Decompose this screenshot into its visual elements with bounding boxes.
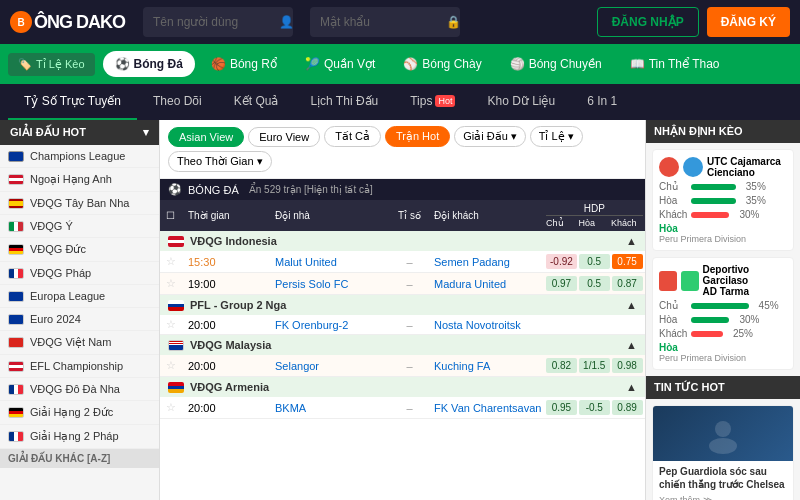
league-collapse-icon[interactable]: ▲	[626, 235, 637, 247]
match-home-3-0[interactable]: BKMA	[275, 402, 385, 414]
ratio-keo-tab[interactable]: 🏷️ Tỉ Lệ Kèo	[8, 53, 95, 76]
nav1-bong-ro[interactable]: 🏀 Bóng Rổ	[199, 51, 289, 77]
sidebar-item-nha[interactable]: Ngoại Hạng Anh	[0, 168, 159, 192]
keo-bar-1-2: Hòa 30%	[659, 314, 787, 325]
hdp-val-3-0[interactable]: -0.5	[579, 400, 610, 415]
hdp-val-2-0[interactable]: 1/1.5	[579, 358, 610, 373]
league-indonesia: VĐQG Indonesia ▲	[160, 231, 645, 251]
logo-text: ÔNG DAKO	[34, 12, 125, 33]
nav2-kho-du-lieu[interactable]: Kho Dữ Liệu	[471, 84, 571, 120]
register-button[interactable]: ĐĂNG KÝ	[707, 7, 790, 37]
theo-thoi-gian-dropdown[interactable]: Theo Thời Gian ▾	[168, 151, 272, 172]
match-away-3-0[interactable]: FK Van Charentsavan	[434, 402, 544, 414]
hdp-chu-1-0[interactable]	[546, 323, 577, 327]
nav2-theo-doi[interactable]: Theo Dõi	[137, 84, 218, 120]
nav2-ket-qua[interactable]: Kết Quả	[218, 84, 295, 120]
table-header: ☐ Thời gian Đội nhà Tỉ số Đội khách HDP …	[160, 200, 645, 231]
sidebar-item-france[interactable]: VĐQG Pháp	[0, 262, 159, 285]
euro-view-btn[interactable]: Euro View	[248, 127, 320, 147]
match-away-0-0[interactable]: Semen Padang	[434, 256, 544, 268]
password-input[interactable]	[310, 7, 460, 37]
euro2024-flag	[8, 314, 24, 325]
match-time-1-0: 20:00	[188, 319, 273, 331]
logo-icon: B	[10, 11, 32, 33]
sidebar-item-germany[interactable]: VĐQG Đức	[0, 238, 159, 262]
nav1-bong-da-label: Bóng Đá	[134, 57, 183, 71]
login-button[interactable]: ĐĂNG NHẬP	[597, 7, 699, 37]
nav1-quan-vot[interactable]: 🎾 Quần Vợt	[293, 51, 387, 77]
tat-ca-btn[interactable]: Tất Cả	[324, 126, 381, 147]
league-nga-collapse[interactable]: ▲	[626, 299, 637, 311]
odds-0-0: -0.92 0.5 0.75 0.86 1.5/2 0.96	[546, 254, 645, 269]
hdp-chu-0-1[interactable]: 0.97	[546, 276, 577, 291]
hdp-khach-3-0[interactable]: 0.89	[612, 400, 643, 415]
nav2-6in1[interactable]: 6 In 1	[571, 84, 633, 120]
tin-item-0[interactable]: Pep Guardiola sóc sau chiến thắng trước …	[652, 405, 794, 500]
nav1-bong-chay[interactable]: ⚾ Bóng Chày	[391, 51, 493, 77]
hdp-val-0-1[interactable]: 0.5	[579, 276, 610, 291]
nav2-tips[interactable]: Tips Hot	[394, 84, 471, 120]
match-star-1-0[interactable]: ☆	[166, 318, 186, 331]
match-away-2-0[interactable]: Kuching FA	[434, 360, 544, 372]
hdp-val-0-0[interactable]: 0.5	[579, 254, 610, 269]
nav2-lich-thi-dau[interactable]: Lịch Thi Đấu	[294, 84, 394, 120]
sidebar-item-vdqg-donha[interactable]: VĐQG Đô Đà Nha	[0, 378, 159, 401]
match-home-0-0[interactable]: Malut United	[275, 256, 385, 268]
asian-view-btn[interactable]: Asian View	[168, 127, 244, 147]
match-home-1-0[interactable]: FK Orenburg-2	[275, 319, 385, 331]
sidebar-other-title[interactable]: GIẢI ĐẤU KHÁC [A-Z]	[0, 449, 159, 468]
nav1-bong-chuyen[interactable]: 🏐 Bóng Chuyền	[498, 51, 614, 77]
hdp-khach-0-0[interactable]: 0.75	[612, 254, 643, 269]
ratio-label: Tỉ Lệ Kèo	[36, 58, 85, 71]
sidebar-nha-label: Ngoại Hạng Anh	[30, 173, 112, 186]
sidebar-item-hang2duc[interactable]: Giải Hạng 2 Đức	[0, 401, 159, 425]
sidebar-item-hang2phap[interactable]: Giải Hạng 2 Pháp	[0, 425, 159, 449]
sidebar-item-euro2024[interactable]: Euro 2024	[0, 308, 159, 331]
match-row-2-0: ☆ 20:00 Selangor – Kuching FA 0.82 1/1.5…	[160, 355, 645, 377]
sidebar-item-europa[interactable]: Europa League	[0, 285, 159, 308]
bar-fill-1-2	[691, 317, 729, 323]
hdp-khach-0-1[interactable]: 0.87	[612, 276, 643, 291]
sidebar-donha-label: VĐQG Đô Đà Nha	[30, 383, 120, 395]
match-home-0-1[interactable]: Persis Solo FC	[275, 278, 385, 290]
league-nga-label: PFL - Group 2 Nga	[190, 299, 286, 311]
sidebar-item-italy[interactable]: VĐQG Ý	[0, 215, 159, 238]
username-input[interactable]	[143, 7, 293, 37]
ti-le-dropdown[interactable]: Tỉ Lệ ▾	[530, 126, 583, 147]
keo-sub-0: Peru Primera Division	[659, 234, 787, 244]
match-away-0-1[interactable]: Madura United	[434, 278, 544, 290]
hdp-chu-2-0[interactable]: 0.82	[546, 358, 577, 373]
hdp-chu-3-0[interactable]: 0.95	[546, 400, 577, 415]
nav1-bong-da[interactable]: ⚽ Bóng Đá	[103, 51, 195, 77]
hdp-chu-0-0[interactable]: -0.92	[546, 254, 577, 269]
odds-3-0: 0.95 -0.5 0.89 -0.98 2.5/3 0.80	[546, 400, 645, 415]
hdp-khach-2-0[interactable]: 0.98	[612, 358, 643, 373]
bong-da-icon: ⚽	[115, 57, 130, 71]
league-malaysia-collapse[interactable]: ▲	[626, 339, 637, 351]
keo-card-0: UTC Cajamarca Cienciano Chủ 35% Hòa 35% …	[652, 149, 794, 251]
match-star-2-0[interactable]: ☆	[166, 359, 186, 372]
match-star[interactable]: ☆	[166, 255, 186, 268]
match-home-2-0[interactable]: Selangor	[275, 360, 385, 372]
sidebar-item-spain[interactable]: VĐQG Tây Ban Nha	[0, 192, 159, 215]
league-indonesia-label: VĐQG Indonesia	[190, 235, 277, 247]
tin-sub-0[interactable]: Xem thêm ≫	[653, 495, 793, 500]
nav1-bong-chuyen-label: Bóng Chuyền	[529, 57, 602, 71]
hdp-header: HDP	[546, 203, 643, 216]
sidebar-item-vietnam[interactable]: VĐQG Việt Nam	[0, 331, 159, 355]
sidebar-item-champions[interactable]: Champions League	[0, 145, 159, 168]
league-nga: PFL - Group 2 Nga ▲	[160, 295, 645, 315]
league-armenia-collapse[interactable]: ▲	[626, 381, 637, 393]
hdp-khach-1-0[interactable]	[612, 323, 643, 327]
giai-dau-dropdown[interactable]: Giải Đấu ▾	[454, 126, 526, 147]
germany-flag	[8, 244, 24, 255]
match-star-0-1[interactable]: ☆	[166, 277, 186, 290]
tran-hot-btn[interactable]: Trận Hot	[385, 126, 450, 147]
nav1-tin-the-thao[interactable]: 📖 Tin Thể Thao	[618, 51, 732, 77]
match-away-1-0[interactable]: Nosta Novotroitsk	[434, 319, 544, 331]
sidebar-item-efl[interactable]: EFL Championship	[0, 355, 159, 378]
hdp-val-1-0[interactable]	[579, 323, 610, 327]
match-star-3-0[interactable]: ☆	[166, 401, 186, 414]
nav2-ty-so[interactable]: Tỷ Số Trực Tuyến	[8, 84, 137, 120]
armenia-flag	[168, 382, 184, 393]
